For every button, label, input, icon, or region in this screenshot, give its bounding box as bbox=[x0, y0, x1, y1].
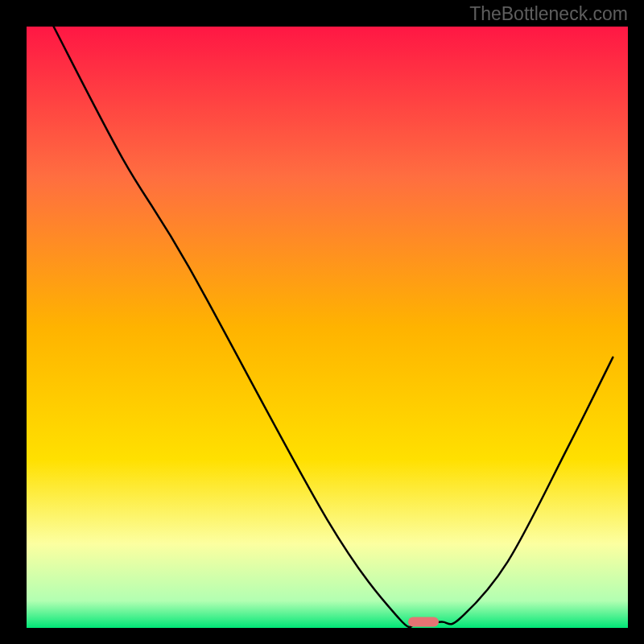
frame-left bbox=[0, 0, 27, 644]
bottleneck-chart bbox=[0, 0, 644, 644]
gradient-background bbox=[27, 27, 628, 628]
watermark-text: TheBottleneck.com bbox=[469, 3, 628, 25]
frame-bottom bbox=[0, 628, 644, 644]
frame-right bbox=[628, 0, 644, 644]
optimal-marker bbox=[408, 617, 439, 627]
chart-container: { "watermark": "TheBottleneck.com", "cha… bbox=[0, 0, 644, 644]
